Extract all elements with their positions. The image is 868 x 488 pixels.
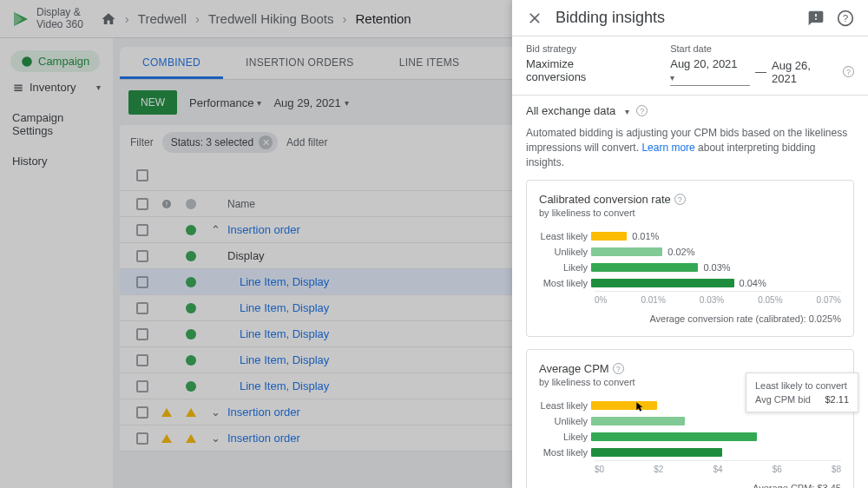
- chart-category: Most likely: [539, 447, 591, 458]
- chart-axis: 0%0.01%0.03%0.05%0.07%: [595, 291, 841, 305]
- date-range-separator: —: [755, 65, 766, 78]
- end-date-value: Aug 26, 2021: [772, 59, 838, 85]
- average-cpm-card: Least likely to convert Avg CPM bid$2.11…: [526, 349, 854, 488]
- bid-strategy-value: Maximize conversions: [526, 57, 635, 83]
- cursor-icon: [635, 401, 647, 413]
- help-icon[interactable]: ?: [843, 66, 854, 77]
- chart-axis: $0$2$4$6$8: [595, 460, 841, 474]
- chart-bar[interactable]: [591, 232, 627, 241]
- svg-text:?: ?: [843, 12, 849, 23]
- chart-bar[interactable]: [591, 401, 657, 410]
- feedback-icon[interactable]: [807, 10, 825, 27]
- start-date-label: Start date: [670, 43, 854, 54]
- chart-bar[interactable]: [591, 263, 698, 272]
- panel-title: Bidding insights: [556, 9, 795, 27]
- chart-bar[interactable]: [591, 432, 757, 441]
- chart-bar[interactable]: [591, 247, 662, 256]
- bidding-insights-panel: Bidding insights ? Bid strategy Maximize…: [512, 0, 868, 488]
- chart-bar[interactable]: [591, 417, 685, 425]
- help-icon[interactable]: ?: [613, 363, 624, 374]
- chart-tooltip: Least likely to convert Avg CPM bid$2.11: [746, 373, 858, 412]
- chart-category: Least likely: [539, 400, 591, 411]
- chart-bar[interactable]: [591, 279, 734, 287]
- chart-category: Likely: [539, 262, 591, 273]
- exchange-dropdown[interactable]: All exchange data ▾: [526, 104, 629, 117]
- chart-bar[interactable]: [591, 448, 722, 457]
- card-footer: Average CPM: $3.45: [539, 483, 841, 488]
- chart-category: Unlikely: [539, 247, 591, 257]
- chart-category: Most likely: [539, 278, 591, 288]
- chart-category: Likely: [539, 432, 591, 442]
- chart-category: Least likely: [539, 231, 591, 241]
- help-icon[interactable]: ?: [837, 10, 854, 27]
- help-icon[interactable]: ?: [674, 194, 686, 205]
- conversion-rate-card: Calibrated conversion rate ? by likeline…: [526, 180, 854, 337]
- help-icon[interactable]: ?: [636, 105, 648, 116]
- start-date-picker[interactable]: Aug 20, 2021 ▾: [670, 57, 750, 86]
- learn-more-link[interactable]: Learn more: [641, 142, 694, 154]
- close-icon[interactable]: [526, 10, 543, 27]
- bid-strategy-label: Bid strategy: [526, 43, 635, 54]
- chart-category: Unlikely: [539, 416, 591, 426]
- card-footer: Average conversion rate (calibrated): 0.…: [539, 313, 841, 324]
- panel-description: Automated bidding is adjusting your CPM …: [512, 126, 868, 180]
